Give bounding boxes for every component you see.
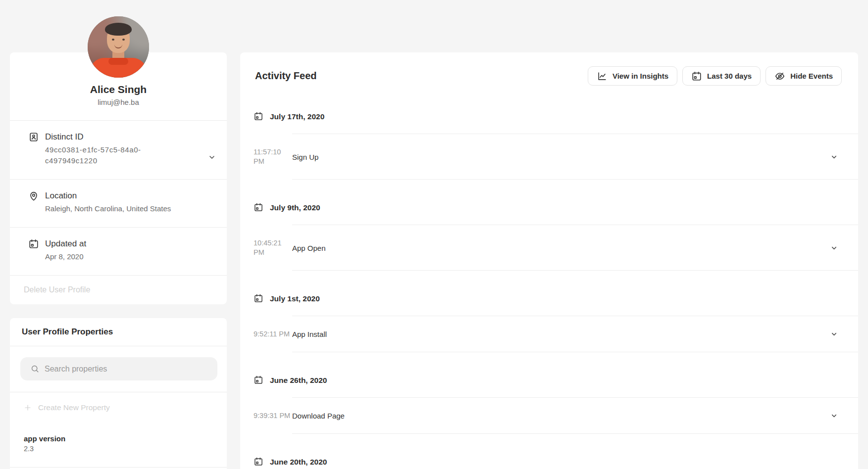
calendar-icon [254, 293, 263, 303]
event-name: App Install [292, 329, 327, 339]
chevron-down-icon[interactable] [208, 153, 216, 161]
distinct-id-value: 49cc0381-e1fc-57c5-84a0-c497949c1220 [45, 144, 161, 166]
feed-header: Activity Feed View in Insights [240, 52, 858, 89]
feed-date-row: June 20th, 2020 [240, 434, 858, 469]
event-time: 9:39:31 PM [254, 411, 292, 421]
chevron-down-icon[interactable] [830, 412, 838, 420]
location-pin-icon [28, 190, 39, 201]
event-name: Download Page [292, 411, 345, 421]
feed-date-label: June 26th, 2020 [270, 375, 327, 385]
event-row[interactable]: 9:52:11 PM App Install [240, 316, 858, 352]
event-time: 10:45:21 PM [254, 238, 292, 257]
activity-feed-title: Activity Feed [255, 70, 316, 82]
calendar-icon [254, 202, 263, 212]
distinct-id-row: Distinct ID 49cc0381-e1fc-57c5-84a0-c497… [10, 121, 227, 180]
profile-sidebar: Alice Singh limuj@he.ba Distinct ID 49cc… [10, 0, 227, 469]
event-row[interactable]: 9:39:31 PM Download Page [240, 398, 858, 434]
search-properties-box[interactable] [20, 357, 217, 380]
feed-date-label: July 1st, 2020 [270, 294, 320, 303]
updated-at-value: Apr 8, 2020 [45, 251, 86, 262]
event-time: 11:57:10 PM [254, 147, 292, 166]
id-badge-icon [28, 132, 39, 142]
last-30-days-button[interactable]: Last 30 days [682, 66, 761, 86]
user-name: Alice Singh [20, 83, 217, 95]
event-row[interactable]: 11:57:10 PM Sign Up [240, 134, 858, 180]
calendar-icon [254, 111, 263, 121]
feed-date-row: June 26th, 2020 [240, 352, 858, 398]
line-chart-icon [597, 71, 608, 82]
avatar [88, 16, 149, 78]
user-email: limuj@he.ba [20, 97, 217, 108]
feed-date-label: July 17th, 2020 [270, 112, 324, 121]
delete-user-profile-button[interactable]: Delete User Profile [10, 276, 227, 304]
calendar-icon [28, 238, 39, 249]
chevron-down-icon[interactable] [830, 244, 838, 252]
user-profile-card: Alice Singh limuj@he.ba Distinct ID 49cc… [10, 52, 227, 304]
event-name: Sign Up [292, 152, 318, 162]
page: Alice Singh limuj@he.ba Distinct ID 49cc… [0, 0, 868, 469]
event-name: App Open [292, 243, 326, 253]
feed-date-label: June 20th, 2020 [270, 457, 327, 467]
eye-off-icon [774, 71, 785, 82]
calendar-icon [691, 71, 702, 82]
activity-feed-panel: Activity Feed View in Insights [240, 0, 858, 469]
plus-icon [24, 404, 32, 412]
user-profile-properties-card: User Profile Properties Create New Prope… [10, 318, 227, 469]
calendar-icon [254, 375, 263, 385]
updated-at-label: Updated at [45, 238, 86, 249]
feed-date-label: July 9th, 2020 [270, 203, 320, 212]
updated-at-row: Updated at Apr 8, 2020 [10, 228, 227, 276]
distinct-id-label: Distinct ID [45, 132, 161, 142]
feed-list: July 17th, 2020 11:57:10 PM Sign Up July… [240, 89, 858, 469]
feed-date-row: July 1st, 2020 [240, 271, 858, 316]
chevron-down-icon[interactable] [830, 330, 838, 338]
location-label: Location [45, 190, 171, 201]
location-value: Raleigh, North Carolina, United States [45, 203, 171, 214]
search-icon [30, 364, 40, 374]
feed-date-row: July 17th, 2020 [240, 89, 858, 134]
event-row[interactable]: 10:45:21 PM App Open [240, 225, 858, 271]
feed-date-row: July 9th, 2020 [240, 180, 858, 225]
location-row: Location Raleigh, North Carolina, United… [10, 180, 227, 228]
hide-events-button[interactable]: Hide Events [766, 66, 842, 86]
properties-title: User Profile Properties [10, 318, 227, 346]
property-value: 2.3 [24, 444, 227, 454]
property-item: app version 2.3 [10, 423, 227, 468]
calendar-icon [254, 457, 263, 467]
create-new-property-label: Create New Property [38, 403, 110, 412]
view-in-insights-button[interactable]: View in Insights [588, 66, 677, 86]
search-properties-input[interactable] [45, 365, 210, 374]
create-new-property-button[interactable]: Create New Property [10, 392, 227, 423]
avatar-face [107, 25, 130, 53]
chevron-down-icon[interactable] [830, 153, 838, 161]
event-time: 9:52:11 PM [254, 329, 292, 339]
property-name: app version [24, 434, 227, 444]
